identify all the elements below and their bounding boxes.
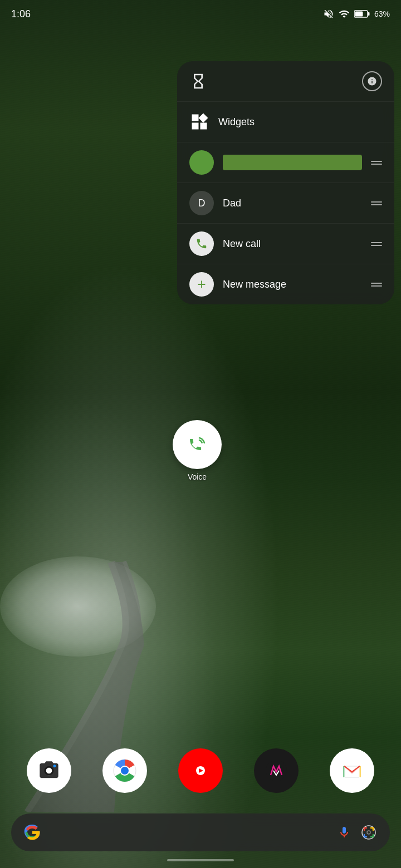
drag-handle-4 (371, 283, 382, 287)
shortcut-new-call[interactable]: New call (177, 224, 394, 264)
shortcut-dad[interactable]: D Dad (177, 183, 394, 224)
svg-point-8 (121, 767, 129, 775)
mute-icon (323, 8, 334, 19)
search-bar[interactable] (11, 813, 390, 851)
svg-point-4 (53, 765, 56, 767)
mic-icon (338, 826, 351, 839)
plus-icon (195, 278, 208, 290)
dock-mono[interactable] (254, 748, 299, 793)
mic-button[interactable] (334, 822, 354, 842)
dock-camera[interactable] (27, 748, 71, 793)
shortcut-panel: Widgets D Dad New call (177, 61, 394, 304)
mono-icon (265, 760, 287, 782)
wifi-icon (339, 8, 350, 19)
svg-point-16 (367, 831, 370, 834)
dock (11, 740, 390, 801)
nav-hint (167, 859, 234, 861)
battery-percent: 63% (374, 9, 390, 18)
status-time: 1:06 (11, 8, 31, 20)
dock-ytmusic[interactable] (178, 748, 223, 793)
drag-handle-1 (371, 161, 382, 165)
message-avatar (189, 272, 214, 297)
widgets-label: Widgets (218, 116, 255, 128)
voice-phone-icon (184, 431, 211, 458)
voice-icon-bg (173, 420, 222, 469)
new-message-label: New message (223, 279, 362, 290)
google-logo[interactable] (22, 822, 42, 842)
status-bar: 1:06 63% (0, 0, 401, 28)
info-button[interactable] (362, 71, 382, 91)
cloud (0, 556, 156, 657)
svg-point-3 (185, 432, 209, 457)
dock-gmail[interactable] (330, 748, 374, 793)
color-bar (223, 155, 362, 170)
status-icons: 63% (323, 8, 390, 19)
info-icon (367, 76, 377, 86)
dad-label: Dad (223, 198, 362, 209)
gmail-icon (340, 758, 364, 783)
drag-handle-2 (371, 201, 382, 205)
hourglass-icon (189, 72, 207, 90)
battery-icon (354, 9, 370, 18)
google-g-icon (24, 824, 41, 841)
color-circle (189, 150, 214, 175)
lens-icon (361, 825, 376, 840)
lens-button[interactable] (359, 822, 379, 842)
panel-top-row (177, 61, 394, 102)
widgets-row[interactable]: Widgets (177, 102, 394, 142)
svg-rect-2 (355, 12, 363, 17)
camera-icon (38, 760, 60, 782)
ytmusic-icon (189, 760, 212, 782)
color-bar-row[interactable] (177, 142, 394, 183)
shortcut-new-message[interactable]: New message (177, 264, 394, 304)
phone-icon (195, 238, 208, 250)
dad-avatar: D (189, 191, 214, 215)
voice-app[interactable]: Voice (173, 420, 222, 481)
widgets-icon (189, 112, 209, 132)
new-call-label: New call (223, 238, 362, 250)
chrome-icon (112, 758, 138, 783)
dock-chrome[interactable] (102, 748, 147, 793)
svg-rect-1 (368, 12, 369, 16)
voice-label: Voice (188, 472, 207, 481)
phone-avatar (189, 231, 214, 256)
drag-handle-3 (371, 242, 382, 246)
